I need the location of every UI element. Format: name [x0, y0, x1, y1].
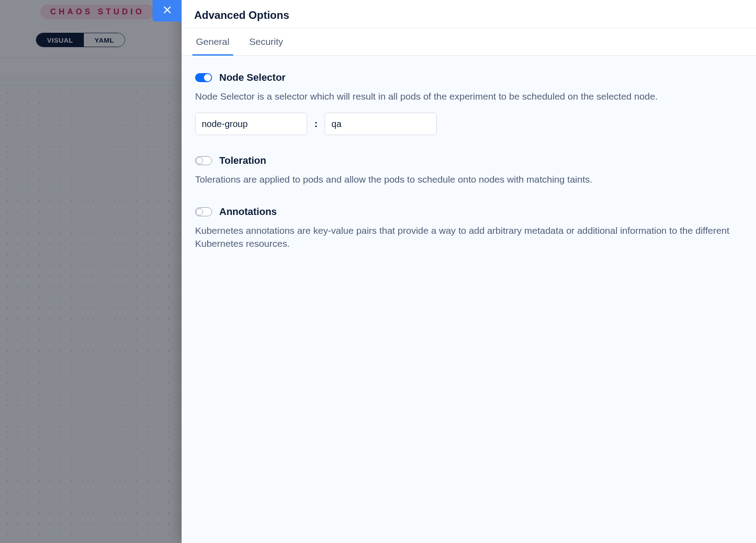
annotations-toggle[interactable]	[195, 207, 212, 216]
tab-general[interactable]: General	[192, 28, 233, 56]
section-toleration: Toleration Tolerations are applied to po…	[195, 155, 743, 186]
annotations-desc: Kubernetes annotations are key-value pai…	[195, 224, 743, 250]
drawer-content: Node Selector Node Selector is a selecto…	[182, 56, 756, 543]
advanced-options-drawer: Advanced Options General Security Node S…	[182, 0, 756, 543]
node-selector-toggle[interactable]	[195, 73, 212, 82]
node-selector-value-input[interactable]	[325, 113, 437, 135]
tab-bar: General Security	[182, 28, 756, 56]
annotations-title: Annotations	[219, 206, 277, 218]
section-annotations: Annotations Kubernetes annotations are k…	[195, 206, 743, 250]
drawer-title: Advanced Options	[194, 9, 743, 22]
node-selector-desc: Node Selector is a selector which will r…	[195, 90, 743, 103]
toleration-desc: Tolerations are applied to pods and allo…	[195, 173, 743, 186]
node-selector-title: Node Selector	[219, 72, 286, 83]
kv-separator: :	[314, 118, 317, 130]
toleration-toggle[interactable]	[195, 156, 212, 165]
node-selector-kv-row: :	[195, 113, 743, 135]
tab-security[interactable]: Security	[246, 28, 287, 56]
drawer-header: Advanced Options	[182, 0, 756, 28]
close-button[interactable]	[152, 0, 182, 22]
section-node-selector: Node Selector Node Selector is a selecto…	[195, 72, 743, 135]
toleration-title: Toleration	[219, 155, 266, 166]
node-selector-key-input[interactable]	[195, 113, 307, 135]
close-icon	[162, 5, 172, 17]
